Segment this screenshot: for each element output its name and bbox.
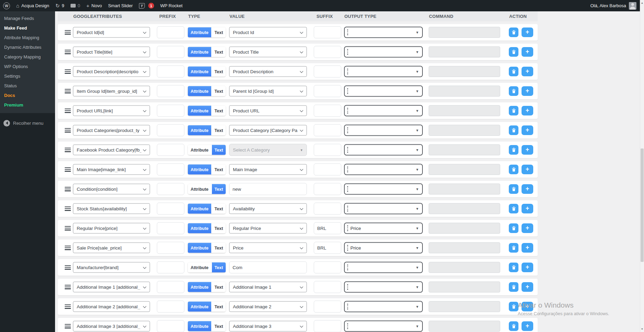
- sidebar-item-wp-options[interactable]: WP Options: [0, 62, 55, 71]
- output-type-select[interactable]: ▼: [344, 105, 423, 117]
- delete-row-button[interactable]: [509, 86, 518, 96]
- delete-row-button[interactable]: [509, 321, 518, 331]
- sidebar-item-category-mapping[interactable]: Category Mapping: [0, 52, 55, 62]
- prefix-input[interactable]: [157, 320, 184, 332]
- google-attribute-select[interactable]: Product Title[title]: [73, 47, 150, 57]
- prefix-input[interactable]: [157, 164, 184, 176]
- prefix-input[interactable]: [157, 301, 184, 313]
- delete-row-button[interactable]: [509, 204, 518, 213]
- output-type-select[interactable]: ▼: [344, 301, 423, 312]
- delete-row-button[interactable]: [509, 27, 518, 37]
- type-attribute-button[interactable]: Attribute: [188, 263, 211, 273]
- google-attribute-select[interactable]: Additional Image 1 [additional_: [73, 282, 150, 292]
- drag-handle-icon[interactable]: [65, 68, 71, 75]
- google-attribute-select[interactable]: Manufacturer[brand]: [73, 262, 150, 273]
- type-attribute-button[interactable]: Attribute: [188, 302, 211, 312]
- add-row-button[interactable]: +: [522, 223, 533, 233]
- prefix-input[interactable]: [157, 183, 184, 195]
- suffix-input[interactable]: [314, 222, 341, 234]
- delete-row-button[interactable]: [509, 282, 518, 292]
- value-select[interactable]: Regular Price: [229, 223, 307, 234]
- account-menu[interactable]: Olá, Alex Barbosa: [590, 2, 640, 10]
- drag-handle-icon[interactable]: [65, 303, 71, 310]
- add-row-button[interactable]: +: [522, 67, 533, 76]
- value-select[interactable]: Product URL: [229, 106, 307, 116]
- drag-handle-icon[interactable]: [65, 264, 71, 270]
- add-row-button[interactable]: +: [522, 204, 533, 213]
- delete-row-button[interactable]: [509, 145, 518, 155]
- collapse-menu-button[interactable]: Recolher menu: [0, 118, 55, 128]
- drag-handle-icon[interactable]: [65, 323, 71, 329]
- suffix-input[interactable]: [314, 164, 341, 176]
- output-type-select[interactable]: ▼: [344, 125, 423, 136]
- output-type-select[interactable]: ▼: [344, 66, 423, 77]
- add-row-button[interactable]: +: [522, 263, 533, 272]
- google-attribute-select[interactable]: Product Categories[product_ty: [73, 125, 150, 136]
- output-type-select[interactable]: ▼: [344, 46, 423, 58]
- type-attribute-button[interactable]: Attribute: [188, 204, 211, 214]
- suffix-input[interactable]: [314, 66, 341, 78]
- google-attribute-select[interactable]: Product Description[descriptio: [73, 66, 150, 77]
- page-scrollbar[interactable]: ▲ ▼: [640, 0, 644, 332]
- add-row-button[interactable]: +: [522, 243, 533, 253]
- suffix-input[interactable]: [314, 105, 341, 117]
- type-attribute-button[interactable]: Attribute: [188, 165, 211, 175]
- suffix-input[interactable]: [314, 144, 341, 156]
- output-type-select[interactable]: ▼: [344, 86, 423, 97]
- prefix-input[interactable]: [157, 85, 184, 97]
- output-type-select[interactable]: ▼: [344, 27, 423, 38]
- type-text-button[interactable]: Text: [212, 125, 226, 135]
- drag-handle-icon[interactable]: [65, 245, 71, 251]
- value-select[interactable]: Additional Image 3: [229, 321, 307, 332]
- scrollbar-thumb[interactable]: [641, 148, 644, 262]
- delete-row-button[interactable]: [509, 106, 518, 115]
- drag-handle-icon[interactable]: [65, 88, 71, 94]
- add-row-button[interactable]: +: [522, 145, 533, 155]
- type-text-button[interactable]: Text: [212, 145, 226, 155]
- new-content-menu[interactable]: + Novo: [83, 0, 105, 11]
- add-row-button[interactable]: +: [522, 165, 533, 174]
- delete-row-button[interactable]: [509, 184, 518, 194]
- output-type-select[interactable]: ▼: [344, 184, 423, 195]
- wordpress-menu[interactable]: W: [0, 0, 13, 11]
- delete-row-button[interactable]: [509, 47, 518, 57]
- output-type-select[interactable]: ▼: [344, 321, 423, 332]
- type-attribute-button[interactable]: Attribute: [188, 145, 211, 155]
- type-attribute-button[interactable]: Attribute: [188, 321, 211, 331]
- value-select[interactable]: Main Image: [229, 164, 307, 175]
- value-select[interactable]: Product Category [Category Pa: [229, 125, 307, 136]
- drag-handle-icon[interactable]: [65, 49, 71, 55]
- prefix-input[interactable]: [157, 262, 184, 274]
- output-type-select[interactable]: Price ▼: [344, 223, 423, 234]
- prefix-input[interactable]: [157, 242, 184, 254]
- value-select[interactable]: Price: [229, 243, 307, 253]
- add-row-button[interactable]: +: [522, 302, 533, 311]
- output-type-select[interactable]: ▼: [344, 144, 423, 156]
- type-attribute-button[interactable]: Attribute: [188, 47, 211, 57]
- drag-handle-icon[interactable]: [65, 147, 71, 153]
- suffix-input[interactable]: [314, 301, 341, 313]
- suffix-input[interactable]: [314, 262, 341, 274]
- drag-handle-icon[interactable]: [65, 206, 71, 212]
- add-row-button[interactable]: +: [522, 106, 533, 115]
- google-attribute-select[interactable]: Regular Price[price]: [73, 223, 150, 234]
- prefix-input[interactable]: [157, 144, 184, 156]
- wp-rocket-menu[interactable]: WP Rocket: [157, 0, 186, 11]
- type-text-button[interactable]: Text: [212, 184, 226, 194]
- drag-handle-icon[interactable]: [65, 284, 71, 290]
- updates-link[interactable]: ↻ 9: [52, 0, 67, 11]
- comments-link[interactable]: 0: [67, 0, 83, 11]
- value-select[interactable]: Parent Id [Group Id]: [229, 86, 307, 97]
- add-row-button[interactable]: +: [522, 321, 533, 331]
- sidebar-item-status[interactable]: Status: [0, 81, 55, 91]
- type-text-button[interactable]: Text: [212, 165, 226, 175]
- sidebar-item-docs[interactable]: Docs: [0, 91, 55, 100]
- suffix-input[interactable]: [314, 124, 341, 136]
- suffix-input[interactable]: [314, 203, 341, 215]
- delete-row-button[interactable]: [509, 263, 518, 272]
- drag-handle-icon[interactable]: [65, 225, 71, 231]
- drag-handle-icon[interactable]: [65, 127, 71, 133]
- suffix-input[interactable]: [314, 26, 341, 38]
- type-text-button[interactable]: Text: [212, 321, 226, 331]
- output-type-select[interactable]: ▼: [344, 262, 423, 273]
